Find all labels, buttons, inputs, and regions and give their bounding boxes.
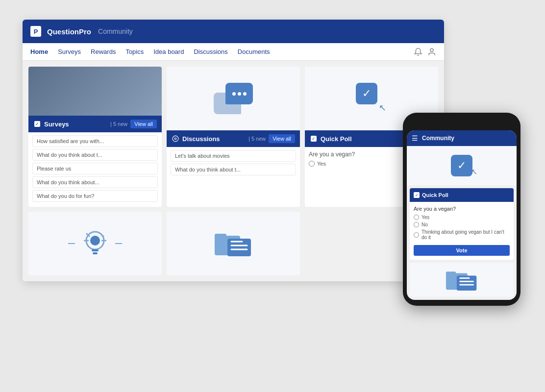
surveys-view-all[interactable]: View all [130,120,157,128]
phone-option-no-label: No [421,222,428,227]
checkmark-icon: ✓ [362,88,371,99]
checkbox-bg: ✓ [356,83,377,104]
nav-bar: P QuestionPro Community [23,20,444,43]
folder-icon [214,228,253,259]
lightbulb-icon [78,226,112,261]
surveys-image-bg [28,67,162,116]
logo-icon: P [30,26,41,37]
surveys-list: How satisfied are you with... What do yo… [28,132,162,207]
brand-name: QuestionPro [47,27,91,36]
ideas-icon-area [28,212,162,275]
phone-notch-bar [407,119,517,128]
phone-poll-option-thinking: Thinking about going vegan but I can't d… [414,229,510,240]
phone-brand: Community [422,135,454,142]
phone-cursor-icon: ↖ [471,167,477,176]
discussions-list: Let's talk about movies What do you thin… [167,147,300,180]
surveys-card-header: ✓ Surveys | 5 new View all [28,116,162,132]
phone-mini-check: ✓ [415,193,419,197]
surveys-card: ✓ Surveys | 5 new View all How satisfied… [28,67,162,207]
nav-documents[interactable]: Documents [238,48,270,55]
phone-radio-thinking[interactable] [414,232,419,238]
discussions-icon [214,83,253,114]
phone-nav: ☰ Community [407,130,517,146]
list-item[interactable]: What do you think about t... [171,164,296,175]
surveys-badge: | 5 new [110,121,127,127]
phone-checkbox-bg: ✓ [451,155,472,176]
discussions-card-header: Discussions | 5 new View all [167,130,300,147]
phone-folder-svg [445,267,479,293]
bubble-dot [238,92,241,96]
ray-right [115,243,122,244]
discussions-title: Discussions [182,135,246,143]
discussions-icon-area [167,67,300,130]
phone-wrapper: ☰ Community ✓ ↖ [403,113,520,306]
poll-option-label: Yes [317,161,326,167]
bell-icon[interactable] [414,48,422,56]
bubble-front [225,83,253,104]
phone-screen: ☰ Community ✓ ↖ [407,130,517,300]
phone-radio-yes[interactable] [414,215,419,220]
surveys-card-image [28,67,162,116]
ideas-card [28,212,162,275]
cursor-icon: ↖ [379,102,386,113]
svg-rect-17 [446,271,456,275]
list-item[interactable]: How satisfied are you with... [32,135,158,147]
phone-notch [447,121,476,126]
nav-idea-board[interactable]: Idea board [153,48,184,55]
list-item[interactable]: What do you think about t... [32,149,158,161]
folder-svg [214,228,253,259]
discussions-view-all[interactable]: View all [269,134,295,143]
bubble-dot [243,92,247,96]
nav-surveys[interactable]: Surveys [58,48,81,55]
phone-option-yes-label: Yes [421,215,429,220]
svg-rect-11 [215,234,226,239]
phone-poll-title: Quick Poll [422,192,448,198]
phone-poll-option-no: No [414,222,510,227]
poll-radio[interactable] [309,161,315,167]
phone-content: ✓ ↖ ✓ Quick Poll [407,146,517,297]
nav-topics[interactable]: Topics [125,48,144,55]
user-icon[interactable] [427,48,436,56]
discussions-badge: | 5 new [248,136,266,142]
browser-window: P QuestionPro Community Home Surveys Rew… [23,20,444,281]
phone-poll-card: ✓ Quick Poll Are you a vegan? Yes [410,188,514,260]
bubble-dot [232,92,236,96]
main-content: ✓ Surveys | 5 new View all How satisfied… [23,61,444,281]
nav-discussions[interactable]: Discussions [194,48,227,55]
vote-button[interactable]: Vote [414,245,510,256]
svg-rect-9 [93,252,98,254]
hamburger-icon[interactable]: ☰ [412,134,418,142]
poll-icon: ✓ ↖ [356,83,387,114]
svg-point-3 [90,236,100,245]
svg-point-1 [174,138,176,140]
discussions-header-icon [172,135,179,143]
phone-folder-area [410,263,514,297]
poll-header-icon: ✓ [310,135,318,143]
list-item[interactable]: What do you think about... [32,176,158,188]
phone-poll-option-yes: Yes [414,215,510,220]
phone-shell: ☰ Community ✓ ↖ [403,113,520,306]
nav-rewards[interactable]: Rewards [91,48,116,55]
list-item[interactable]: Please rate us [32,163,158,174]
list-item[interactable]: Let's talk about movies [171,150,296,162]
phone-poll-icon: ✓ ↖ [451,155,472,176]
phone-poll-image: ✓ ↖ [407,146,517,185]
phone-poll-header: ✓ Quick Poll [410,188,514,202]
discussions-card: Discussions | 5 new View all Let's talk … [167,67,300,207]
page-wrapper: P QuestionPro Community Home Surveys Rew… [0,0,545,392]
documents-card [167,212,300,275]
community-label: Community [98,27,133,35]
ray-left [68,243,75,244]
phone-checkmark: ✓ [457,159,466,172]
phone-poll-icon-small: ✓ [414,192,420,198]
list-item[interactable]: What do you do for fun? [32,190,158,202]
nav-home[interactable]: Home [30,48,48,55]
surveys-title: Surveys [44,121,107,128]
svg-rect-8 [92,249,99,251]
phone-poll-question: Are you a vegan? [414,206,510,212]
docs-icon-area [167,212,300,275]
phone-radio-no[interactable] [414,222,419,227]
phone-option-thinking-label: Thinking about going vegan but I can't d… [421,229,510,240]
top-menu: Home Surveys Rewards Topics Idea board D… [23,43,444,61]
phone-poll-body: Are you a vegan? Yes No Th [410,202,514,260]
